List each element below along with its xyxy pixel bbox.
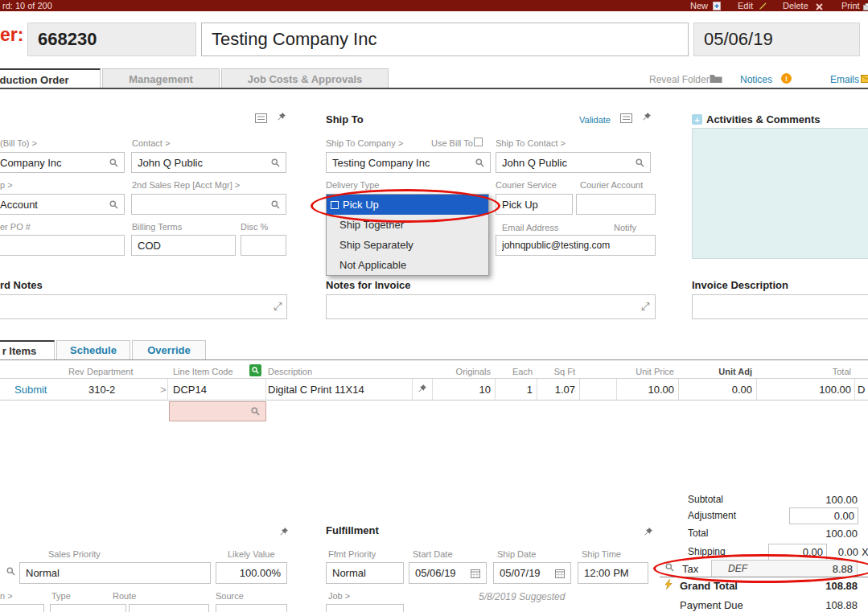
dropdown-option-ship-together[interactable]: Ship Together (327, 215, 488, 235)
delete-icon[interactable] (816, 2, 823, 12)
print-icon[interactable] (863, 2, 868, 12)
pin-icon[interactable] (417, 384, 427, 396)
expand-icon[interactable]: ⤢ (274, 301, 282, 311)
calendar-icon[interactable] (471, 569, 480, 578)
row-sq-ft[interactable]: 1.07 (535, 384, 575, 396)
activities-textarea[interactable] (692, 128, 868, 259)
search-icon[interactable] (636, 158, 644, 167)
emails-icon[interactable] (861, 74, 868, 85)
invoice-notes-textarea[interactable] (326, 294, 656, 319)
order-number-field[interactable]: 668230 (27, 23, 196, 56)
shipping-field[interactable]: 0.00 (768, 544, 827, 561)
search-icon[interactable] (251, 407, 260, 416)
courier-service-field[interactable]: Pick Up (496, 194, 573, 215)
note-icon[interactable] (620, 113, 632, 125)
delete-button[interactable]: Delete (783, 1, 808, 10)
likely-value-field[interactable]: 100.00% (216, 562, 287, 584)
record-counter: rd: 10 of 200 (2, 1, 52, 10)
source-field[interactable] (216, 604, 287, 612)
type-field[interactable] (50, 604, 126, 612)
start-date-field[interactable]: 05/06/19 (409, 562, 487, 584)
salesman-field[interactable] (0, 604, 44, 612)
use-bill-to-label: Use Bill To (431, 138, 473, 148)
search-icon[interactable] (475, 158, 484, 167)
checkbox-icon (331, 201, 339, 209)
ship-to-header: Ship To (326, 113, 364, 125)
search-icon[interactable] (271, 158, 280, 167)
row-unit-price[interactable]: 10.00 (626, 384, 674, 396)
calendar-icon[interactable] (555, 569, 565, 578)
ship-time-field[interactable]: 12:00 PM (578, 562, 648, 584)
expand-icon[interactable]: ⤢ (641, 301, 649, 311)
payment-due-label: Payment Due (680, 599, 743, 611)
tab-schedule[interactable]: Schedule (56, 340, 130, 360)
job-field[interactable] (326, 604, 404, 612)
pin-icon[interactable] (278, 527, 289, 540)
submit-link[interactable]: Submit (14, 384, 47, 396)
row-description[interactable]: Digital C Print 11X14 (268, 384, 364, 396)
email-address-field[interactable]: johnqpublic@testing.com (496, 235, 656, 256)
payment-due-value: 108.88 (772, 599, 858, 611)
route-field[interactable] (129, 604, 209, 612)
validate-link[interactable]: Validate (579, 115, 611, 125)
sales-rep-field[interactable]: Account (0, 194, 125, 215)
company-name-field[interactable]: Testing Company Inc (201, 23, 689, 56)
pin-icon[interactable] (276, 112, 286, 125)
sales-priority-field[interactable]: Normal (19, 562, 211, 584)
row-each[interactable]: 1 (500, 384, 533, 396)
bill-to-company-field[interactable]: Company Inc (0, 152, 125, 173)
row-unit-adj[interactable]: 0.00 (704, 384, 752, 396)
disc-field[interactable] (241, 235, 286, 256)
row-department[interactable]: 310-2 (88, 384, 115, 396)
ffmt-priority-field[interactable]: Normal (326, 562, 404, 584)
ship-to-company-field[interactable]: Testing Company Inc (326, 152, 491, 173)
new-icon[interactable] (713, 2, 721, 12)
emails-link[interactable]: Emails (830, 74, 859, 85)
search-icon[interactable] (665, 563, 674, 574)
tab-override[interactable]: Override (132, 340, 206, 360)
use-bill-to-checkbox[interactable] (474, 138, 483, 146)
invoice-description-textarea[interactable] (692, 294, 868, 319)
dropdown-option-pick-up[interactable]: Pick Up (327, 195, 488, 215)
edit-icon[interactable] (759, 2, 767, 12)
customer-po-field[interactable] (0, 235, 125, 256)
tab-production-order[interactable]: duction Order (0, 68, 101, 89)
notices-link[interactable]: Notices (740, 74, 772, 85)
billing-terms-field[interactable]: COD (131, 235, 236, 256)
courier-account-field[interactable] (576, 194, 656, 215)
col-sq-ft: Sq Ft (535, 367, 575, 376)
new-line-item-field[interactable] (169, 401, 266, 421)
tax-field[interactable]: DEF 8.88 (711, 560, 858, 577)
folder-icon[interactable] (710, 74, 722, 86)
search-icon-green[interactable] (249, 364, 261, 376)
tab-management[interactable]: Management (102, 68, 220, 89)
new-button[interactable]: New (690, 1, 708, 10)
note-icon[interactable] (255, 113, 267, 125)
order-notes-textarea[interactable] (0, 294, 287, 319)
search-icon[interactable] (109, 158, 118, 167)
row-originals[interactable]: 10 (450, 384, 491, 396)
row-line-item-code[interactable]: DCP14 (173, 384, 207, 396)
reveal-folder-button[interactable]: Reveal Folder (649, 74, 710, 85)
ship-date-field[interactable]: 05/07/19 (493, 562, 571, 584)
pin-icon[interactable] (641, 112, 652, 125)
bill-to-contact-field[interactable]: John Q Public (131, 152, 286, 173)
dropdown-option-ship-separately[interactable]: Ship Separately (327, 235, 488, 255)
adjustment-field[interactable]: 0.00 (789, 507, 858, 524)
search-icon[interactable] (271, 200, 280, 209)
print-button[interactable]: Print (841, 1, 860, 10)
ship-to-contact-label: Ship To Contact > (496, 138, 566, 148)
search-icon[interactable] (109, 200, 118, 209)
tax-code[interactable]: DEF (728, 563, 747, 574)
warning-icon[interactable]: ! (781, 73, 792, 84)
sales-rep2-field[interactable] (131, 194, 286, 215)
search-icon[interactable] (6, 567, 15, 578)
dropdown-option-not-applicable[interactable]: Not Applicable (327, 255, 488, 275)
edit-button[interactable]: Edit (738, 1, 753, 10)
bill-to-label: (Bill To) > (0, 138, 37, 148)
ship-to-contact-field[interactable]: John Q Public (496, 152, 651, 173)
tab-order-items[interactable]: r Items (0, 340, 55, 360)
order-date-field[interactable]: 05/06/19 (693, 23, 860, 56)
pin-icon[interactable] (643, 527, 653, 540)
tab-job-costs[interactable]: Job Costs & Approvals (221, 68, 389, 89)
